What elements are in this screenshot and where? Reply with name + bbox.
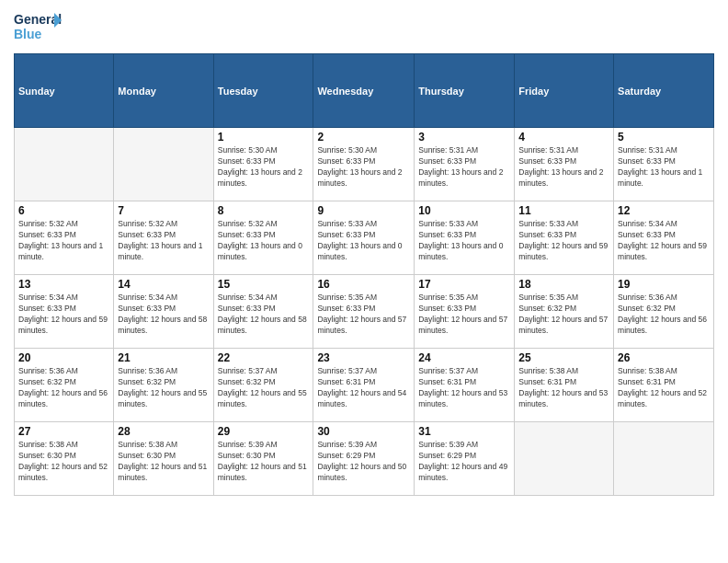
day-number: 4 [518, 131, 609, 144]
day-info: Sunrise: 5:33 AM Sunset: 6:33 PM Dayligh… [317, 219, 410, 263]
day-number: 11 [518, 204, 609, 217]
calendar-cell: 20Sunrise: 5:36 AM Sunset: 6:32 PM Dayli… [15, 349, 114, 422]
calendar-cell: 24Sunrise: 5:37 AM Sunset: 6:31 PM Dayli… [415, 349, 515, 422]
day-info: Sunrise: 5:36 AM Sunset: 6:32 PM Dayligh… [118, 366, 209, 410]
day-number: 10 [418, 204, 510, 217]
day-number: 15 [218, 278, 310, 291]
day-info: Sunrise: 5:38 AM Sunset: 6:31 PM Dayligh… [618, 366, 710, 410]
day-number: 30 [317, 425, 410, 438]
day-info: Sunrise: 5:39 AM Sunset: 6:29 PM Dayligh… [418, 440, 510, 484]
calendar-cell: 5Sunrise: 5:31 AM Sunset: 6:33 PM Daylig… [614, 128, 714, 201]
calendar-cell: 28Sunrise: 5:38 AM Sunset: 6:30 PM Dayli… [114, 422, 213, 496]
day-number: 9 [317, 204, 410, 217]
day-info: Sunrise: 5:30 AM Sunset: 6:33 PM Dayligh… [218, 145, 310, 190]
day-info: Sunrise: 5:33 AM Sunset: 6:33 PM Dayligh… [418, 219, 510, 263]
day-info: Sunrise: 5:30 AM Sunset: 6:33 PM Dayligh… [317, 145, 410, 190]
calendar-cell: 23Sunrise: 5:37 AM Sunset: 6:31 PM Dayli… [313, 349, 415, 422]
calendar-cell: 16Sunrise: 5:35 AM Sunset: 6:33 PM Dayli… [313, 275, 415, 349]
day-info: Sunrise: 5:36 AM Sunset: 6:32 PM Dayligh… [18, 366, 109, 410]
calendar-cell: 26Sunrise: 5:38 AM Sunset: 6:31 PM Dayli… [614, 349, 714, 422]
weekday-header-friday: Friday [515, 54, 614, 128]
calendar-cell: 21Sunrise: 5:36 AM Sunset: 6:32 PM Dayli… [114, 349, 213, 422]
day-number: 29 [218, 425, 310, 438]
calendar-cell [114, 128, 213, 201]
calendar-week-row: 6Sunrise: 5:32 AM Sunset: 6:33 PM Daylig… [15, 201, 714, 275]
calendar-cell: 15Sunrise: 5:34 AM Sunset: 6:33 PM Dayli… [213, 275, 313, 349]
calendar-week-row: 27Sunrise: 5:38 AM Sunset: 6:30 PM Dayli… [15, 422, 714, 496]
calendar-cell: 3Sunrise: 5:31 AM Sunset: 6:33 PM Daylig… [415, 128, 515, 201]
calendar-cell: 29Sunrise: 5:39 AM Sunset: 6:30 PM Dayli… [213, 422, 313, 496]
weekday-header-row: SundayMondayTuesdayWednesdayThursdayFrid… [15, 54, 714, 128]
calendar-week-row: 1Sunrise: 5:30 AM Sunset: 6:33 PM Daylig… [15, 128, 714, 201]
weekday-header-tuesday: Tuesday [213, 54, 313, 128]
day-info: Sunrise: 5:32 AM Sunset: 6:33 PM Dayligh… [18, 219, 109, 263]
calendar-cell: 12Sunrise: 5:34 AM Sunset: 6:33 PM Dayli… [614, 201, 714, 275]
calendar-cell: 8Sunrise: 5:32 AM Sunset: 6:33 PM Daylig… [213, 201, 313, 275]
day-info: Sunrise: 5:33 AM Sunset: 6:33 PM Dayligh… [518, 219, 609, 263]
calendar-cell: 2Sunrise: 5:30 AM Sunset: 6:33 PM Daylig… [313, 128, 415, 201]
calendar-cell: 27Sunrise: 5:38 AM Sunset: 6:30 PM Dayli… [15, 422, 114, 496]
day-info: Sunrise: 5:31 AM Sunset: 6:33 PM Dayligh… [518, 145, 609, 190]
day-info: Sunrise: 5:35 AM Sunset: 6:33 PM Dayligh… [317, 293, 410, 337]
day-number: 22 [218, 351, 310, 364]
day-number: 21 [118, 351, 209, 364]
day-info: Sunrise: 5:38 AM Sunset: 6:31 PM Dayligh… [518, 366, 609, 410]
calendar-cell: 13Sunrise: 5:34 AM Sunset: 6:33 PM Dayli… [15, 275, 114, 349]
svg-text:Blue: Blue [14, 27, 42, 41]
day-number: 6 [18, 204, 109, 217]
calendar-cell: 4Sunrise: 5:31 AM Sunset: 6:33 PM Daylig… [515, 128, 614, 201]
day-info: Sunrise: 5:32 AM Sunset: 6:33 PM Dayligh… [218, 219, 310, 263]
day-number: 20 [18, 351, 109, 364]
calendar-cell: 18Sunrise: 5:35 AM Sunset: 6:32 PM Dayli… [515, 275, 614, 349]
day-info: Sunrise: 5:34 AM Sunset: 6:33 PM Dayligh… [218, 293, 310, 337]
day-number: 2 [317, 131, 410, 144]
calendar-cell: 6Sunrise: 5:32 AM Sunset: 6:33 PM Daylig… [15, 201, 114, 275]
calendar-cell: 11Sunrise: 5:33 AM Sunset: 6:33 PM Dayli… [515, 201, 614, 275]
day-info: Sunrise: 5:34 AM Sunset: 6:33 PM Dayligh… [118, 293, 209, 337]
calendar-cell: 19Sunrise: 5:36 AM Sunset: 6:32 PM Dayli… [614, 275, 714, 349]
day-info: Sunrise: 5:39 AM Sunset: 6:30 PM Dayligh… [218, 440, 310, 484]
day-number: 3 [418, 131, 510, 144]
day-info: Sunrise: 5:39 AM Sunset: 6:29 PM Dayligh… [317, 440, 410, 484]
day-number: 1 [218, 131, 310, 144]
calendar-cell: 1Sunrise: 5:30 AM Sunset: 6:33 PM Daylig… [213, 128, 313, 201]
calendar-week-row: 13Sunrise: 5:34 AM Sunset: 6:33 PM Dayli… [15, 275, 714, 349]
generalblue-logo-icon: General Blue [14, 9, 62, 46]
day-number: 17 [418, 278, 510, 291]
day-info: Sunrise: 5:32 AM Sunset: 6:33 PM Dayligh… [118, 219, 209, 263]
day-number: 7 [118, 204, 209, 217]
day-number: 25 [518, 351, 609, 364]
header: General Blue [14, 9, 714, 46]
calendar-cell: 17Sunrise: 5:35 AM Sunset: 6:33 PM Dayli… [415, 275, 515, 349]
day-number: 24 [418, 351, 510, 364]
day-info: Sunrise: 5:37 AM Sunset: 6:31 PM Dayligh… [418, 366, 510, 410]
calendar-cell [15, 128, 114, 201]
calendar-cell: 22Sunrise: 5:37 AM Sunset: 6:32 PM Dayli… [213, 349, 313, 422]
day-number: 5 [618, 131, 710, 144]
day-number: 28 [118, 425, 209, 438]
day-number: 16 [317, 278, 410, 291]
weekday-header-monday: Monday [114, 54, 213, 128]
day-info: Sunrise: 5:35 AM Sunset: 6:32 PM Dayligh… [518, 293, 609, 337]
calendar-cell: 7Sunrise: 5:32 AM Sunset: 6:33 PM Daylig… [114, 201, 213, 275]
weekday-header-sunday: Sunday [15, 54, 114, 128]
day-number: 27 [18, 425, 109, 438]
day-info: Sunrise: 5:34 AM Sunset: 6:33 PM Dayligh… [618, 219, 710, 263]
day-number: 12 [618, 204, 710, 217]
calendar-cell [515, 422, 614, 496]
calendar-cell: 31Sunrise: 5:39 AM Sunset: 6:29 PM Dayli… [415, 422, 515, 496]
weekday-header-saturday: Saturday [614, 54, 714, 128]
calendar-cell: 9Sunrise: 5:33 AM Sunset: 6:33 PM Daylig… [313, 201, 415, 275]
day-info: Sunrise: 5:31 AM Sunset: 6:33 PM Dayligh… [618, 145, 710, 190]
day-info: Sunrise: 5:38 AM Sunset: 6:30 PM Dayligh… [118, 440, 209, 484]
day-number: 14 [118, 278, 209, 291]
day-number: 23 [317, 351, 410, 364]
day-info: Sunrise: 5:31 AM Sunset: 6:33 PM Dayligh… [418, 145, 510, 190]
calendar-cell: 25Sunrise: 5:38 AM Sunset: 6:31 PM Dayli… [515, 349, 614, 422]
day-number: 18 [518, 278, 609, 291]
calendar-table: SundayMondayTuesdayWednesdayThursdayFrid… [14, 53, 714, 496]
day-info: Sunrise: 5:38 AM Sunset: 6:30 PM Dayligh… [18, 440, 109, 484]
weekday-header-thursday: Thursday [415, 54, 515, 128]
day-info: Sunrise: 5:36 AM Sunset: 6:32 PM Dayligh… [618, 293, 710, 337]
day-number: 26 [618, 351, 710, 364]
